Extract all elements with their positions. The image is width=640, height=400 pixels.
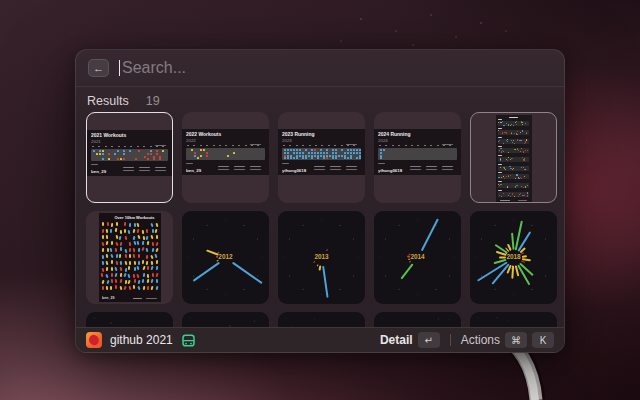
decor (293, 157, 295, 159)
result-card-2012[interactable]: 2012 (182, 211, 269, 304)
decor (102, 150, 104, 152)
decor (155, 248, 158, 253)
decor (478, 318, 479, 319)
decor (137, 241, 140, 246)
decor (137, 146, 139, 147)
decor (156, 241, 159, 246)
decor (206, 152, 208, 154)
decor (129, 223, 131, 227)
decor (378, 163, 385, 164)
decor (120, 267, 123, 272)
decor (124, 267, 126, 271)
footer-title: github 2021 (110, 333, 173, 347)
decor (132, 285, 134, 289)
decor (498, 146, 502, 147)
decor (150, 286, 153, 291)
decor (101, 273, 104, 278)
decor (385, 275, 387, 277)
decor (296, 152, 298, 154)
result-card-2023-running[interactable]: 2023 Running 2023 yihong0618 (278, 112, 365, 203)
decor (500, 200, 510, 201)
result-card-2013[interactable]: 2013 (278, 211, 365, 304)
decor (129, 261, 131, 265)
footer-bar: github 2021 Detail ↵ Actions ⌘ K (76, 327, 564, 352)
decor (332, 149, 334, 151)
decor (430, 145, 432, 146)
decor (142, 279, 145, 284)
decor (507, 139, 508, 140)
result-card-2022-workouts[interactable]: 2022 Workouts 2022 ben_29 (182, 112, 269, 203)
decor (138, 248, 141, 253)
decor (504, 132, 505, 133)
decor (102, 158, 104, 160)
search-input[interactable]: Search... (122, 59, 186, 77)
decor (522, 195, 523, 196)
decor (119, 286, 122, 291)
decor (296, 157, 298, 159)
decor (152, 273, 154, 277)
decor (507, 320, 508, 321)
decor (392, 145, 394, 146)
decor (525, 123, 526, 124)
decor (123, 153, 125, 155)
decor (380, 157, 382, 159)
decor (417, 220, 419, 222)
decor (284, 157, 286, 159)
enter-keycap: ↵ (418, 332, 440, 348)
decor (385, 145, 387, 146)
decor (435, 289, 437, 291)
decor (314, 149, 316, 151)
result-card-2021-workouts[interactable]: 2021 Workouts 2021 ben_29 (86, 112, 173, 203)
decor (129, 242, 132, 247)
decor (146, 229, 148, 233)
radial-ray (322, 265, 328, 297)
decor (146, 241, 149, 246)
decor (320, 155, 322, 157)
decor (314, 319, 315, 320)
result-card-2014[interactable]: 2014 (374, 211, 461, 304)
decor (305, 149, 307, 151)
decor (302, 145, 304, 146)
decor (124, 248, 127, 253)
actions-button[interactable]: Actions ⌘ K (461, 332, 554, 348)
decor (139, 170, 150, 171)
decor (284, 152, 286, 154)
decor (234, 166, 245, 167)
decor (98, 146, 100, 147)
decor (305, 157, 307, 159)
decor (150, 235, 153, 240)
radial-year-label: 2013 (287, 254, 357, 261)
decor (137, 229, 140, 234)
decor (347, 152, 349, 154)
decor (314, 166, 325, 167)
decor (124, 229, 126, 233)
decor (346, 166, 357, 167)
decor (131, 321, 132, 322)
decor (308, 155, 310, 157)
decor (102, 153, 104, 155)
decor (243, 289, 245, 291)
result-card-multi-year[interactable] (470, 112, 557, 203)
decor (225, 145, 227, 146)
decor (289, 275, 291, 277)
decor (218, 169, 229, 170)
result-card-over-10km[interactable]: Over 10km Workouts ben_29 (86, 211, 173, 304)
decor (133, 223, 135, 227)
decor (339, 289, 341, 291)
decor (515, 186, 516, 187)
decor (321, 294, 323, 296)
decor (251, 145, 253, 146)
decor (94, 317, 95, 318)
back-button[interactable]: ← (88, 59, 109, 77)
decor (101, 242, 104, 247)
result-card-2018[interactable]: 2018 (470, 211, 557, 304)
decor (250, 166, 261, 167)
poster-thumbnail-over-10km: Over 10km Workouts ben_29 (99, 213, 161, 302)
decor (405, 145, 407, 146)
radial-ray (192, 261, 219, 281)
decor (309, 145, 311, 146)
decor (501, 184, 502, 185)
decor (257, 275, 259, 277)
detail-button[interactable]: Detail ↵ (380, 332, 440, 348)
result-card-2024-running[interactable]: 2024 Running 2024 yihong0618 (374, 112, 461, 203)
